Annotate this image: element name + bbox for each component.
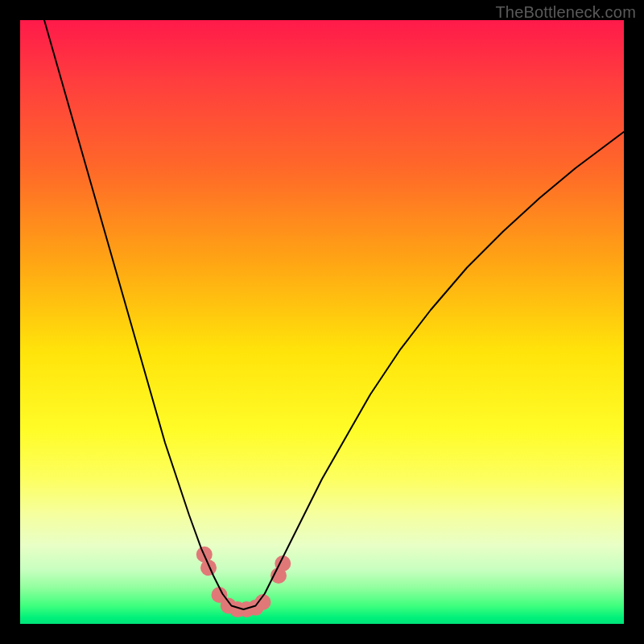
- watermark-text: TheBottleneck.com: [495, 3, 636, 22]
- bottleneck-curve: [44, 20, 624, 609]
- bottleneck-plot: [20, 20, 624, 624]
- marker-group: [196, 547, 291, 617]
- curve-marker: [200, 559, 217, 576]
